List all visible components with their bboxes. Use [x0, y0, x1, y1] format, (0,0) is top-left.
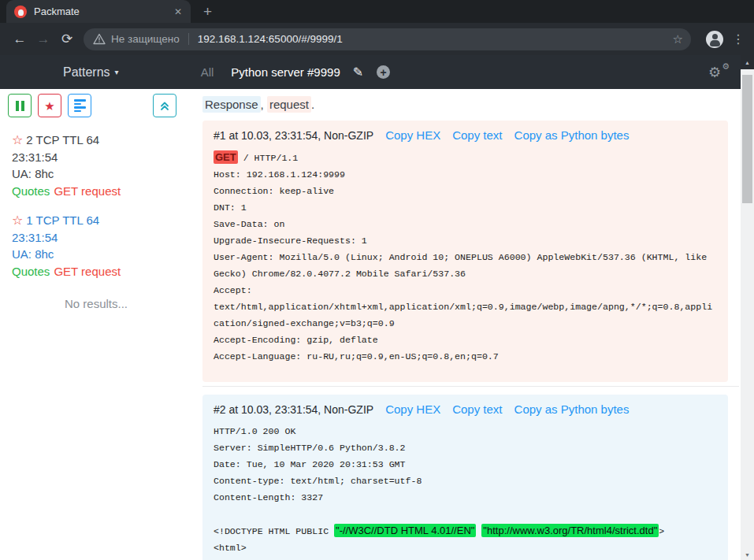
security-label: Не защищено [111, 33, 180, 45]
scroll-up-arrow-icon[interactable]: ▲ [741, 55, 754, 69]
legend-text: , [261, 98, 267, 111]
stream-tags: QuotesGET request [12, 183, 192, 200]
packet-line: Content-type: text/html; charset=utf-8 [214, 473, 717, 489]
packet-body: GET / HTTP/1.1Host: 192.168.1.124:9999Co… [214, 149, 717, 365]
packet-line: Connection: keep-alive [214, 183, 717, 199]
stream-entry[interactable]: ☆2 TCP TTL 6423:31:54UA: 8hcQuotesGET re… [12, 132, 192, 199]
scrollbar-track[interactable]: ▼ [741, 69, 754, 560]
page-scrollbar[interactable]: ▲ ▼ [741, 55, 754, 560]
align-left-icon [74, 99, 86, 112]
packet-line: DNT: 1 [214, 199, 717, 216]
filter-legend: Response, request. [202, 98, 754, 111]
browser-menu-kebab-icon[interactable]: ⋮ [730, 32, 746, 46]
scrollbar-thumb[interactable] [742, 75, 752, 203]
address-bar[interactable]: Не защищено 192.168.1.124:65000/#/9999/1… [84, 28, 691, 50]
stream-title-row: ☆1 TCP TTL 64 [12, 212, 192, 229]
security-warning-icon [93, 33, 106, 45]
packet-meta-row: #1 at 10.03, 23:31:54, Non-GZIPCopy HEXC… [214, 128, 717, 142]
copy-hex-link[interactable]: Copy HEX [385, 128, 440, 142]
browser-tab-strip: Packmate ✕ + [0, 0, 754, 23]
app-header: Patterns ▾ All Python server #9999 ✎ + ⚙… [0, 55, 754, 89]
stream-tag: Quotes [12, 184, 50, 198]
bookmark-star-icon[interactable]: ☆ [673, 32, 683, 46]
copy-text-link[interactable]: Copy text [452, 402, 502, 416]
packet-line: <!DOCTYPE HTML PUBLIC "-//W3C//DTD HTML … [214, 522, 717, 540]
stream-title: 2 TCP TTL 64 [26, 133, 99, 146]
packet-line: Accept-Language: ru-RU,ru;q=0.9,en-US;q=… [214, 348, 717, 365]
collapse-sidebar-button[interactable] [153, 94, 176, 117]
edit-pencil-icon[interactable]: ✎ [353, 65, 363, 80]
packet-line: HTTP/1.0 200 OK [214, 423, 717, 439]
packmate-favicon-icon [14, 6, 27, 18]
packet-line: Accept: text/html,application/xhtml+xml,… [214, 282, 717, 332]
double-chevron-up-icon [159, 100, 170, 111]
favorite-star-icon[interactable]: ☆ [12, 213, 23, 227]
stream-time: 23:31:54 [12, 149, 192, 166]
packet-line: Accept-Encoding: gzip, deflate [214, 332, 717, 348]
stream-title-row: ☆2 TCP TTL 64 [12, 132, 192, 149]
star-icon: ★ [44, 100, 54, 112]
pattern-match-green: "-//W3C//DTD HTML 4.01//EN" [334, 524, 476, 537]
packet-line: Save-Data: on [214, 216, 717, 232]
legend-response: Response [202, 96, 261, 113]
packet-line: Date: Tue, 10 Mar 2020 20:31:53 GMT [214, 456, 717, 473]
packet-block-request: #1 at 10.03, 23:31:54, Non-GZIPCopy HEXC… [202, 121, 728, 382]
close-tab-icon[interactable]: ✕ [172, 6, 184, 17]
pattern-match-red: GET [214, 150, 238, 164]
packet-line: GET / HTTP/1.1 [214, 149, 717, 166]
packet-line: Upgrade-Insecure-Requests: 1 [214, 232, 717, 249]
no-results-text: No results... [0, 297, 192, 310]
stream-user-agent: UA: 8hc [12, 165, 192, 183]
tab-python-server[interactable]: Python server #9999 [231, 65, 340, 79]
url-divider [188, 33, 189, 45]
reload-icon[interactable]: ⟳ [55, 31, 79, 47]
forward-icon[interactable]: → [32, 32, 55, 47]
stream-tag: GET request [54, 184, 121, 198]
favorites-filter-button[interactable]: ★ [38, 94, 61, 117]
stream-tag: GET request [54, 265, 121, 278]
packet-line: <html> [214, 540, 717, 556]
page-body: ★ ☆2 TCP TTL 6423:31:54UA: 8hcQuotesGET … [0, 89, 754, 560]
profile-avatar-icon[interactable] [706, 31, 723, 48]
pattern-match-green: "http://www.w3.org/TR/html4/strict.dtd" [481, 524, 659, 537]
stream-title: 1 TCP TTL 64 [26, 213, 99, 227]
stream-content: Response, request. #1 at 10.03, 23:31:54… [192, 89, 754, 560]
stream-entry[interactable]: ☆1 TCP TTL 6423:31:54UA: 8hcQuotesGET re… [12, 212, 192, 280]
packet-meta-row: #2 at 10.03, 23:31:54, Non-GZIPCopy HEXC… [214, 402, 717, 416]
chevron-down-icon: ▾ [115, 68, 119, 76]
add-service-button[interactable]: + [377, 65, 390, 79]
new-tab-button[interactable]: + [203, 4, 212, 19]
back-icon[interactable]: ← [8, 32, 32, 47]
copy-text-link[interactable]: Copy text [452, 128, 502, 142]
scroll-down-arrow-icon[interactable]: ▼ [741, 552, 754, 558]
patterns-menu[interactable]: Patterns ▾ [63, 65, 119, 80]
stream-tag: Quotes [12, 265, 50, 278]
stream-user-agent: UA: 8hc [12, 246, 192, 263]
sidebar-toolbar: ★ [0, 94, 192, 117]
url-text[interactable]: 192.168.1.124:65000/#/9999/1 [198, 33, 673, 45]
stream-list: ☆2 TCP TTL 6423:31:54UA: 8hcQuotesGET re… [0, 117, 192, 280]
packet-line: Content-Length: 3327 [214, 489, 717, 506]
list-view-button[interactable] [68, 94, 91, 117]
packet-line: Host: 192.168.1.124:9999 [214, 166, 717, 183]
packet-meta: #2 at 10.03, 23:31:54, Non-GZIP [214, 403, 373, 416]
settings-gears-icon[interactable]: ⚙ ⚙ [708, 63, 730, 82]
browser-window: Packmate ✕ + ← → ⟳ Не защищено 192.168.1… [0, 0, 754, 560]
packet-block-response: #2 at 10.03, 23:31:54, Non-GZIPCopy HEXC… [202, 395, 728, 560]
packet-line: User-Agent: Mozilla/5.0 (Linux; Android … [214, 249, 717, 282]
copy-python-bytes-link[interactable]: Copy as Python bytes [514, 128, 630, 142]
favorite-star-icon[interactable]: ☆ [12, 133, 23, 146]
tab-title: Packmate [34, 6, 172, 17]
copy-python-bytes-link[interactable]: Copy as Python bytes [514, 402, 630, 416]
tab-all[interactable]: All [201, 65, 214, 79]
pause-button[interactable] [8, 94, 32, 117]
packet-line: Server: SimpleHTTP/0.6 Python/3.8.2 [214, 439, 717, 456]
copy-hex-link[interactable]: Copy HEX [385, 402, 440, 416]
packet-list: #1 at 10.03, 23:31:54, Non-GZIPCopy HEXC… [202, 121, 754, 560]
browser-tab-packmate[interactable]: Packmate ✕ [6, 0, 191, 23]
legend-text: . [311, 98, 314, 111]
pause-icon [16, 101, 24, 111]
stream-tags: QuotesGET request [12, 263, 192, 280]
packet-line [214, 506, 717, 522]
browser-toolbar: ← → ⟳ Не защищено 192.168.1.124:65000/#/… [0, 23, 754, 55]
